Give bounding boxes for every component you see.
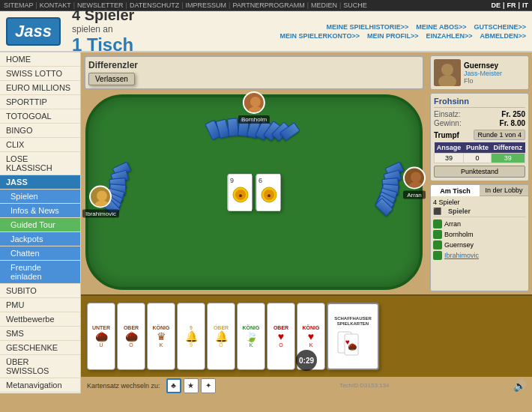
sep: | [229,1,230,9]
kartensatz-icon-3[interactable]: ✦ [201,378,216,393]
verlassen-button[interactable]: Verlassen [88,73,135,85]
frohsinn-box: Frohsinn Einsatz: Fr. 250 Gewinn: Fr. 8.… [430,93,529,181]
tab-am-tisch[interactable]: Am Tisch [431,185,480,196]
list-item: Guernsey [433,240,526,250]
link-abmelden[interactable]: ABMELDEN>> [480,32,526,40]
profile-sub: Flo [464,77,502,85]
game-top: Differenzler Verlassen Bornholm [81,52,532,294]
player-left-avatar [89,186,112,208]
score-val-punkte: 0 [464,154,492,163]
einsatz-label: Einsatz: [434,110,461,118]
player-list-scroll[interactable]: Arran Bornholm Guernsey [433,219,526,271]
sidebar-item-bingo[interactable]: BINGO [0,124,80,138]
right-cards-fan [382,169,399,216]
nav-medien[interactable]: MEDIEN [311,1,337,9]
sidebar-item-umfrage[interactable]: Umfrage [0,393,80,393]
link-gutscheine[interactable]: GUTSCHEINE>> [474,23,526,31]
nav-sitemap[interactable]: SITEMAP [4,1,34,9]
sidebar: HOME SWISS LOTTO EURO MILLIONS SPORTTIP … [0,52,81,393]
sidebar-item-swisslos[interactable]: ÜBER SWISSLOS [0,355,80,378]
player-right-area: Arran [403,166,426,199]
score-header-ansage: Ansage [435,142,464,154]
volume-icon[interactable]: 🔊 [513,380,526,392]
sidebar-item-geschenke[interactable]: GESCHENKE [0,341,80,355]
lang-fr[interactable]: FR [507,1,516,9]
nav-impressum[interactable]: IMPRESSUM [186,1,227,9]
hand-card-koenig-leaf[interactable]: KÖNIG 🍃 K [237,303,265,370]
player-right-label: Arran [403,190,426,199]
sidebar-item-pmu[interactable]: PMU [0,298,80,312]
sidebar-item-chatten[interactable]: Chatten [0,246,80,261]
sidebar-item-swiss-lotto[interactable]: SWISS LOTTO [0,67,80,81]
hand-card-ober-acorn[interactable]: OBER 🌰 O [117,303,145,370]
hand-card-koenig-acorn[interactable]: KÖNIG ♛ K [147,303,175,370]
sidebar-item-spielen[interactable]: Spielen [0,190,80,204]
nav-partner[interactable]: PARTNERPROGRAMM [232,1,304,9]
sidebar-item-totogoal[interactable]: TOTOGOAL [0,109,80,124]
card-set-line2: SPIELKARTEN [334,321,372,327]
bottom-cards-area: UNTER 🌰 U OBER 🌰 O KÖNIG ♛ K [81,294,532,377]
sep: | [503,1,505,9]
sidebar-item-sms[interactable]: SMS [0,327,80,341]
punktestand-button[interactable]: Punktestand [434,166,525,178]
link-abos[interactable]: MEINE ABOS>> [416,23,466,31]
profile-box: Guernsey Jass-Meister Flo [430,55,529,90]
tab-section: Am Tisch In der Lobby 4 Spieler ⬛ Spiele… [430,184,529,291]
lang-de[interactable]: DE [491,1,501,9]
sidebar-item-clix[interactable]: CLIX [0,138,80,152]
differenzler-panel: Differenzler Verlassen [84,55,424,90]
main-layout: HOME SWISS LOTTO EURO MILLIONS SPORTTIP … [0,52,532,393]
nav-datenschutz[interactable]: DATENSCHUTZ [130,1,179,9]
differenzler-title: Differenzler [88,60,420,70]
svg-point-2 [97,191,107,202]
header-line1: 4 Spieler [72,7,134,24]
kartensatz-icon-2[interactable]: ★ [184,378,199,393]
score-val-ansage: 39 [435,154,464,163]
sidebar-item-meta[interactable]: Metanavigation [0,378,80,393]
sidebar-item-guided-tour[interactable]: Guided Tour [0,218,80,232]
svg-point-3 [94,201,109,208]
runde-label: Runde 1 von 4 [474,130,525,140]
link-spielhistorie[interactable]: MEINE SPIELHISTORIE>> [326,23,408,31]
spieler-count: 4 Spieler [433,199,526,206]
score-table: Ansage Punkte Differenz 39 0 39 [434,142,525,163]
sidebar-item-jackpots[interactable]: Jackpots [0,232,80,246]
sidebar-item-sporttip[interactable]: SPORTTIP [0,95,80,109]
profile-name: Guernsey [464,61,502,70]
kartensatz-label: Kartensatz wechseln zu: [87,382,160,390]
profile-avatar [434,59,461,86]
lang-it[interactable]: IT [522,1,528,9]
sidebar-item-home[interactable]: HOME [0,52,80,67]
kartensatz-icon-1[interactable]: ♣ [166,378,181,393]
sep: | [181,1,183,9]
player-left-label: Ibrahimovic [82,210,119,218]
header-title: 4 Spieler spielen an 1 Tisch [72,7,134,55]
link-profil[interactable]: MEIN PROFIL>> [367,32,419,40]
link-spielerkonto[interactable]: MEIN SPIELERKONTO>> [280,32,360,40]
tab-in-der-lobby[interactable]: In der Lobby [480,185,528,196]
hand-card-unter-acorn[interactable]: UNTER 🌰 U [87,303,115,370]
svg-text:6: 6 [259,177,262,184]
status-column-header: ⬛ [433,207,445,215]
sidebar-item-freunde[interactable]: Freunde einladen [0,261,80,284]
hand-card-ober-bell[interactable]: OBER 🔔 O [207,303,235,370]
hand-card-9-bell[interactable]: 9 🔔 9 [177,303,205,370]
nav-suche[interactable]: SUCHE [343,1,367,9]
sidebar-item-jass[interactable]: JASS [0,175,80,190]
sidebar-item-wettbewerbe[interactable]: Wettbewerbe [0,312,80,327]
hand-card-ober-heart[interactable]: OBER ♥ O [267,303,295,370]
game-timer: 0:29 [296,350,317,371]
tab-row: Am Tisch In der Lobby [431,185,528,196]
sidebar-item-infos[interactable]: Infos & News [0,204,80,218]
sidebar-item-lose[interactable]: LOSE KLASSISCH [0,152,80,175]
score-val-differenz: 39 [491,154,525,163]
sidebar-item-euro-millions[interactable]: EURO MILLIONS [0,81,80,95]
sidebar-item-subito[interactable]: SUBITO [0,284,80,298]
language-switcher: DE | FR | IT [491,1,528,9]
svg-point-4 [411,172,421,182]
einsatz-row: Einsatz: Fr. 250 [434,110,525,118]
nav-kontakt[interactable]: KONTAKT [40,1,71,9]
player-name-ibrahimovic: Ibrahimovic [444,252,479,259]
link-einzahlen[interactable]: EINZAHLEN>> [426,32,472,40]
gewinn-label: Gewinn: [434,119,462,127]
